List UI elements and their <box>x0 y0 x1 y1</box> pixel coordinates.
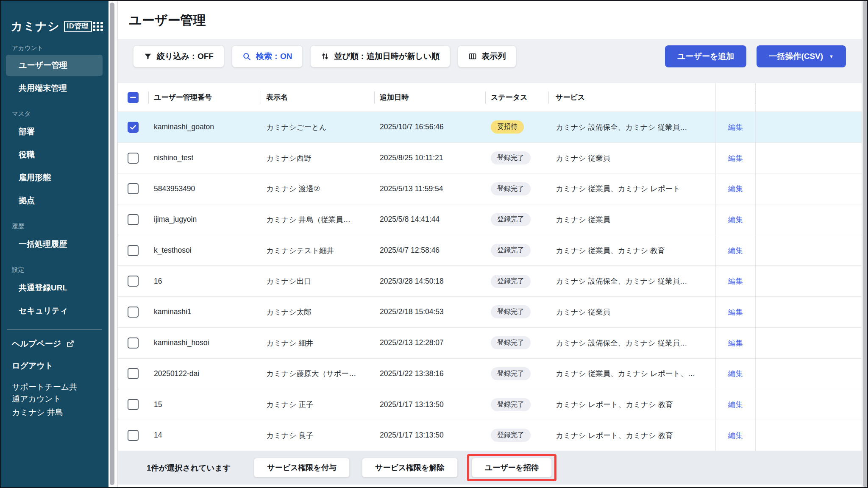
added-date: 2025/2/18 15:04:53 <box>380 307 444 316</box>
services-text: カミナシ 従業員 <box>556 153 610 163</box>
row-checkbox[interactable] <box>128 122 139 133</box>
sidebar-divider <box>7 329 102 329</box>
user-id: k_testhosoi <box>154 246 192 255</box>
sidebar-item[interactable]: セキュリティ <box>0 299 108 322</box>
search-label: 検索：ON <box>256 51 292 62</box>
bulk-label: 一括操作(CSV) <box>769 51 823 62</box>
display-name: カミナシ 細井 <box>266 338 314 348</box>
row-checkbox[interactable] <box>128 245 139 256</box>
page-scrollbar <box>862 0 868 488</box>
user-id: kaminashi_hosoi <box>154 338 209 347</box>
sidebar-item[interactable]: 部署 <box>0 120 108 143</box>
toolbar-right: ユーザーを追加 一括操作(CSV) ▼ <box>665 45 846 67</box>
sidebar-item[interactable]: 一括処理履歴 <box>0 233 108 256</box>
sidebar-section: 履歴 一括処理履歴 <box>0 222 108 256</box>
sidebar-item-logout[interactable]: ログアウト <box>0 355 108 377</box>
row-checkbox[interactable] <box>128 183 139 194</box>
sidebar-nav: アカウント ユーザー管理共用端末管理 マスタ 部署役職雇用形態拠点 履歴 一括処… <box>0 44 108 322</box>
sidebar-item-help[interactable]: ヘルプページ <box>0 333 108 355</box>
bulk-actions-button[interactable]: 一括操作(CSV) ▼ <box>757 45 846 67</box>
sort-icon <box>321 52 329 61</box>
columns-button[interactable]: 表示列 <box>458 45 516 67</box>
edit-link[interactable]: 編集 <box>728 430 743 441</box>
logo-text: カミナシ <box>11 19 60 34</box>
row-checkbox[interactable] <box>128 430 139 441</box>
status-badge: 登録完了 <box>491 429 531 442</box>
services-text: カミナシ 設備保全、カミナシ 従業員… <box>556 276 687 286</box>
display-name: カミナシ藤原大（サポー… <box>266 368 356 379</box>
edit-link[interactable]: 編集 <box>728 215 743 225</box>
row-checkbox[interactable] <box>128 368 139 379</box>
sidebar-item[interactable]: 共用端末管理 <box>0 77 108 100</box>
edit-link[interactable]: 編集 <box>728 245 743 256</box>
status-badge: 登録完了 <box>491 305 531 318</box>
services-text: カミナシ 従業員、カミナシ レポート、… <box>556 368 695 379</box>
edit-link[interactable]: 編集 <box>728 153 743 163</box>
edit-link[interactable]: 編集 <box>728 338 743 348</box>
sort-button[interactable]: 並び順：追加日時が新しい順 <box>310 45 450 67</box>
sidebar-section-label: アカウント <box>0 44 108 52</box>
sidebar-scrollbar-thumb[interactable] <box>110 3 114 485</box>
row-checkbox[interactable] <box>128 276 139 287</box>
edit-link[interactable]: 編集 <box>728 307 743 317</box>
search-button[interactable]: 検索：ON <box>232 45 303 67</box>
logout-label: ログアウト <box>12 360 53 371</box>
row-checkbox[interactable] <box>128 153 139 164</box>
filter-label: 絞り込み：OFF <box>157 51 214 62</box>
page-title: ユーザー管理 <box>129 12 862 29</box>
table-row: k_testhosoi カミナシテスト細井 2025/4/7 12:58:46 … <box>118 235 862 266</box>
row-checkbox[interactable] <box>128 399 139 410</box>
user-id: kaminashi1 <box>154 307 192 316</box>
check-icon <box>129 123 137 131</box>
sidebar-section-label: 履歴 <box>0 222 108 230</box>
help-label: ヘルプページ <box>12 338 61 349</box>
sidebar-item[interactable]: 役職 <box>0 143 108 166</box>
app-switcher-grid-icon[interactable] <box>93 22 103 31</box>
column-header-edit <box>715 83 756 112</box>
grant-service-button[interactable]: サービス権限を付与 <box>254 458 350 477</box>
status-badge: 登録完了 <box>491 151 531 165</box>
user-id: 15 <box>154 400 162 409</box>
added-date: 2025/3/28 14:50:18 <box>380 277 444 286</box>
sidebar-item[interactable]: ユーザー管理 <box>6 55 103 76</box>
toolbar-left: 絞り込み：OFF 検索：ON 並び順：追加日時が新しい順 <box>133 45 516 67</box>
columns-icon <box>468 52 477 61</box>
display-name: カミナシ出口 <box>266 276 312 286</box>
add-user-button[interactable]: ユーザーを追加 <box>665 45 746 67</box>
app-window: カミナシ ID管理 アカウント ユーザー管理共用端末管理 マスタ 部署役職雇用形… <box>0 0 868 488</box>
sidebar-item[interactable]: 共通登録URL <box>0 276 108 299</box>
table-header-row: ユーザー管理番号 表示名 追加日時 ステータス サービス <box>118 83 862 112</box>
row-checkbox[interactable] <box>128 337 139 349</box>
edit-link[interactable]: 編集 <box>728 276 743 286</box>
table-row: ijima_jugyoin カミナシ 井島（従業員… 2025/5/8 14:4… <box>118 204 862 235</box>
columns-label: 表示列 <box>481 51 506 62</box>
status-badge: 登録完了 <box>491 213 531 226</box>
row-checkbox[interactable] <box>128 214 139 225</box>
user-table: ユーザー管理番号 表示名 追加日時 ステータス サービス kaminashi_g… <box>118 83 862 451</box>
added-date: 2025/1/17 13:13:50 <box>380 400 444 409</box>
selection-count-text: 1件が選択されています <box>147 463 231 473</box>
edit-link[interactable]: 編集 <box>728 368 743 379</box>
edit-link[interactable]: 編集 <box>728 184 743 194</box>
sidebar-item[interactable]: 雇用形態 <box>0 166 108 189</box>
sidebar-section: マスタ 部署役職雇用形態拠点 <box>0 110 108 212</box>
row-checkbox[interactable] <box>128 307 139 318</box>
services-text: カミナシ レポート、カミナシ 教育 <box>556 399 673 410</box>
display-name: カミナシ 良子 <box>266 430 314 441</box>
filter-button[interactable]: 絞り込み：OFF <box>133 45 224 67</box>
revoke-service-button[interactable]: サービス権限を解除 <box>362 458 458 477</box>
page-scrollbar-thumb[interactable] <box>863 1 867 487</box>
invite-user-button[interactable]: ユーザーを招待 <box>472 458 552 477</box>
select-all-checkbox[interactable] <box>128 92 139 103</box>
main-content: ユーザー管理 絞り込み：OFF 検索：ON 並び順： <box>117 0 862 488</box>
status-badge: 登録完了 <box>491 367 531 380</box>
added-date: 2025/5/8 14:41:44 <box>380 215 440 224</box>
edit-link[interactable]: 編集 <box>728 399 743 410</box>
column-header-user-id: ユーザー管理番号 <box>148 83 261 112</box>
edit-link[interactable]: 編集 <box>728 122 743 132</box>
added-date: 2025/1/22 13:38:16 <box>380 369 444 378</box>
services-text: カミナシ 設備保全、カミナシ 従業員… <box>556 338 687 348</box>
chevron-down-icon: ▼ <box>829 54 834 59</box>
display-name: カミナシテスト細井 <box>266 245 334 256</box>
sidebar-item[interactable]: 拠点 <box>0 189 108 212</box>
